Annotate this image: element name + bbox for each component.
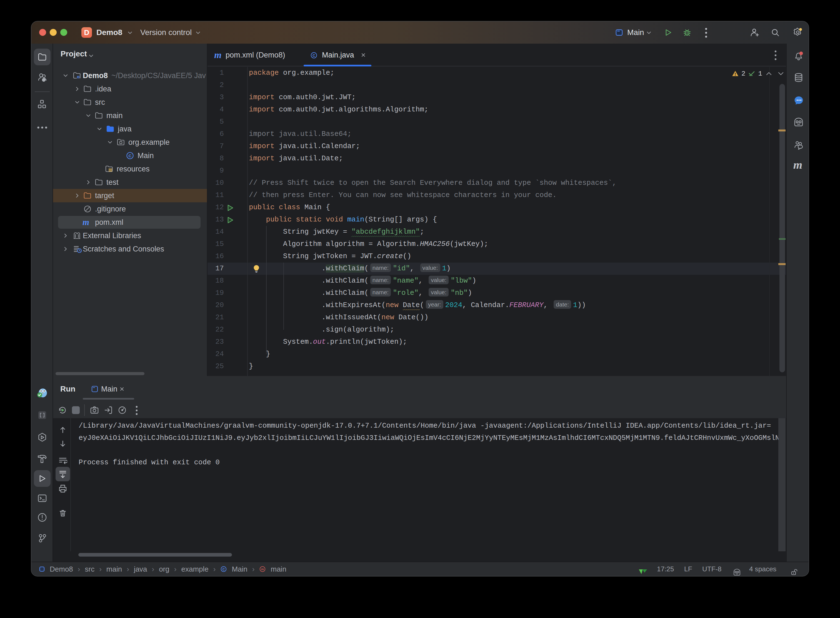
svg-text:m: m — [261, 567, 264, 571]
svg-text:C: C — [223, 567, 225, 571]
svg-text:C: C — [129, 153, 132, 158]
svg-text:C: C — [313, 53, 315, 58]
svg-text:?: ? — [43, 78, 45, 82]
